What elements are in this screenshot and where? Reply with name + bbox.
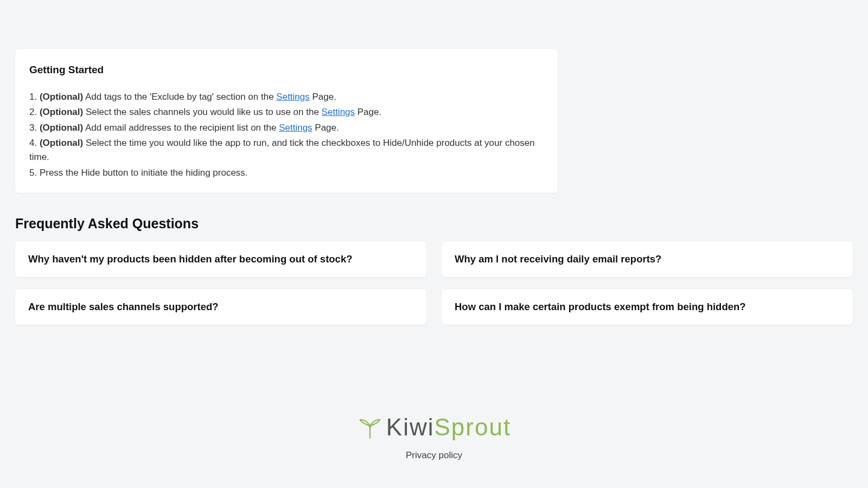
step-optional-label: (Optional) — [40, 123, 83, 133]
faq-grid: Why haven't my products been hidden afte… — [15, 241, 853, 325]
getting-started-step: 3. (Optional) Add email addresses to the… — [29, 121, 544, 135]
getting-started-step: 2. (Optional) Select the sales channels … — [29, 105, 544, 119]
settings-link[interactable]: Settings — [276, 92, 309, 102]
brand-first: Kiwi — [386, 414, 435, 440]
step-text: Select the time you would like the app t… — [29, 138, 535, 162]
step-number: 3. — [29, 123, 40, 133]
faq-item[interactable]: Why haven't my products been hidden afte… — [15, 241, 426, 277]
brand-text: KiwiSprout — [386, 414, 511, 441]
step-optional-label: (Optional) — [40, 138, 83, 148]
getting-started-step: 1. (Optional) Add tags to the 'Exclude b… — [29, 90, 544, 104]
step-optional-label: (Optional) — [40, 92, 83, 102]
step-number: 2. — [29, 107, 40, 117]
brand-second: Sprout — [435, 414, 512, 440]
step-text: Add email addresses to the recipient lis… — [83, 123, 279, 133]
getting-started-step: 4. (Optional) Select the time you would … — [29, 136, 544, 165]
settings-link[interactable]: Settings — [322, 107, 355, 117]
step-text: Press the Hide button to initiate the hi… — [40, 168, 248, 178]
step-number: 1. — [29, 92, 40, 102]
step-text-after: Page. — [312, 123, 339, 133]
step-optional-label: (Optional) — [40, 107, 83, 117]
footer: KiwiSprout Privacy policy — [15, 378, 853, 473]
sprout-icon — [357, 414, 383, 440]
faq-item[interactable]: How can I make certain products exempt f… — [442, 289, 853, 325]
step-text: Select the sales channels you would like… — [83, 107, 321, 117]
faq-item[interactable]: Are multiple sales channels supported? — [15, 289, 426, 325]
getting-started-step: 5. Press the Hide button to initiate the… — [29, 166, 544, 180]
getting-started-card: Getting Started 1. (Optional) Add tags t… — [15, 49, 558, 193]
faq-heading: Frequently Asked Questions — [15, 216, 853, 232]
step-text-after: Page. — [310, 92, 336, 102]
settings-link[interactable]: Settings — [279, 123, 312, 133]
getting-started-title: Getting Started — [29, 64, 544, 76]
step-number: 4. — [29, 138, 40, 148]
getting-started-steps: 1. (Optional) Add tags to the 'Exclude b… — [29, 90, 544, 180]
privacy-policy-link[interactable]: Privacy policy — [406, 450, 462, 461]
step-number: 5. — [29, 168, 40, 178]
step-text-after: Page. — [355, 107, 381, 117]
faq-item[interactable]: Why am I not receiving daily email repor… — [442, 241, 853, 277]
page-root: Getting Started 1. (Optional) Add tags t… — [0, 0, 868, 488]
step-text: Add tags to the 'Exclude by tag' section… — [83, 92, 276, 102]
brand-logo: KiwiSprout — [357, 411, 511, 444]
